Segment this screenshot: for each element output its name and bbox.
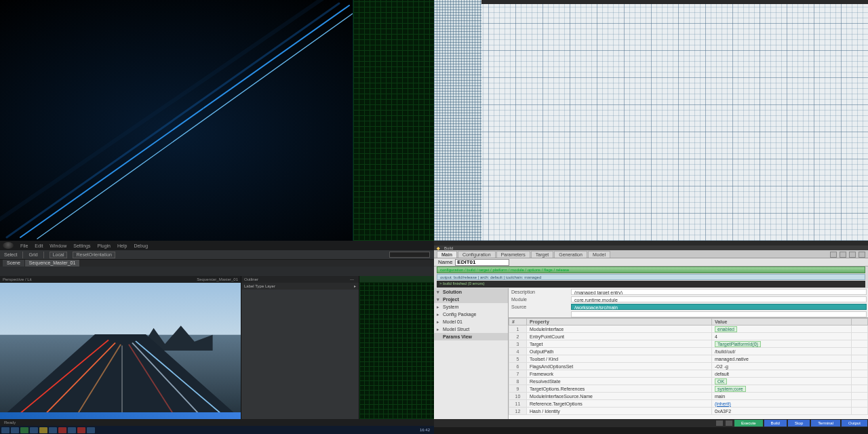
ide-tab-main[interactable]: Main: [437, 251, 457, 258]
tool-snap[interactable]: Grid: [28, 252, 37, 257]
menu-help[interactable]: Help: [117, 243, 127, 248]
breadcrumb-left[interactable]: Perspective / Lit: [3, 276, 32, 283]
preview-viewport[interactable]: [0, 283, 241, 419]
table-row[interactable]: 9TargetOptions.Referencessystem;core: [509, 385, 868, 393]
table-row[interactable]: 1ModuleInterfaceenabled: [509, 326, 868, 333]
ide-btn-terminal[interactable]: Terminal: [811, 420, 840, 427]
taskbar-item[interactable]: [77, 427, 85, 433]
preview-playbar[interactable]: [0, 412, 241, 419]
menu-window[interactable]: Window: [50, 243, 66, 248]
chevron-icon[interactable]: ▸: [435, 327, 441, 332]
chevron-icon[interactable]: ▸: [435, 304, 441, 310]
row-value[interactable]: enabled: [712, 326, 852, 333]
table-row[interactable]: 2EntryPointCount4: [509, 333, 868, 340]
chevron-icon[interactable]: ▸: [435, 312, 441, 317]
taskbar-item[interactable]: [58, 427, 66, 433]
tree-row[interactable]: Params View: [434, 333, 508, 340]
ide-tool-icon[interactable]: [830, 252, 837, 258]
row-value[interactable]: default: [712, 370, 852, 378]
row-value[interactable]: OK: [712, 378, 852, 385]
tool-local-button[interactable]: Local: [50, 252, 68, 258]
taskbar-item[interactable]: [49, 427, 57, 433]
row-num: 12: [509, 408, 527, 415]
chevron-icon[interactable]: ▸: [435, 319, 441, 325]
taskbar-item[interactable]: [87, 427, 95, 433]
ide-property-table[interactable]: # Property Value 1ModuleInterfaceenabled…: [509, 318, 868, 419]
prop-value[interactable]: [571, 311, 867, 317]
tree-row[interactable]: ▸Model Struct: [434, 326, 508, 333]
table-row[interactable]: 6FlagsAndOptionsSet-O2 -g: [509, 363, 868, 370]
prop-value[interactable]: /workspace/src/main: [571, 304, 867, 310]
prop-value[interactable]: core.runtime.module: [571, 296, 867, 302]
row-value[interactable]: 4: [712, 333, 852, 340]
taskbar-item[interactable]: [30, 427, 38, 433]
viewport-grid-light[interactable]: [434, 0, 868, 241]
tree-row[interactable]: ▸Config Package: [434, 311, 508, 318]
col-extra[interactable]: [851, 319, 867, 326]
toolbar-separator: [22, 252, 23, 258]
table-row[interactable]: 11Reference.TargetOptions(inherit): [509, 400, 868, 408]
tree-row[interactable]: ▸System: [434, 303, 508, 311]
ide-name-input[interactable]: [455, 259, 509, 266]
tool-reset-button[interactable]: ResetOrientation: [73, 252, 115, 258]
tab-scene[interactable]: Scene: [3, 260, 24, 267]
col-num[interactable]: #: [509, 319, 527, 326]
col-value[interactable]: Value: [712, 319, 852, 326]
ide-tab-config[interactable]: Configuration: [458, 251, 496, 258]
row-value[interactable]: system;core: [712, 385, 852, 393]
table-row[interactable]: 3TargetTargetPlatformId(0): [509, 340, 868, 348]
taskbar-item[interactable]: [68, 427, 76, 433]
chevron-icon[interactable]: ▾: [435, 297, 441, 302]
ide-tab-gen[interactable]: Generation: [554, 251, 587, 258]
row-value[interactable]: (inherit): [712, 400, 852, 408]
viewport-perspective-dark[interactable]: [0, 0, 434, 241]
ide-btn-output[interactable]: Output: [842, 420, 867, 427]
tab-sequence[interactable]: Sequence_Master_01: [25, 260, 80, 267]
row-value[interactable]: -O2 -g: [712, 363, 852, 370]
tray-icon[interactable]: [716, 420, 723, 426]
row-value[interactable]: main: [712, 393, 852, 400]
table-row[interactable]: 12Hash / Identity0xA3F2: [509, 408, 868, 415]
ide-tool-icon[interactable]: [849, 252, 856, 258]
tree-row[interactable]: ▸Model 01: [434, 318, 508, 326]
table-row[interactable]: 4OutputPath/build/out/: [509, 348, 868, 355]
ide-tab-target[interactable]: Target: [531, 251, 553, 258]
table-row[interactable]: 5Toolset / Kindmanaged.native: [509, 355, 868, 363]
table-row[interactable]: 7Frameworkdefault: [509, 370, 868, 378]
taskbar-item[interactable]: [1, 427, 9, 433]
prop-value[interactable]: (managed target entry): [571, 289, 867, 295]
row-value[interactable]: /build/out/: [712, 348, 852, 355]
menu-plugin[interactable]: Plugin: [98, 243, 111, 248]
panel-menu-icon[interactable]: ⋯: [350, 276, 356, 282]
ide-tab-params[interactable]: Parameters: [496, 251, 530, 258]
ide-tab-model[interactable]: Model: [588, 251, 610, 258]
menu-file[interactable]: File: [20, 243, 28, 248]
row-value[interactable]: TargetPlatformId(0): [712, 340, 852, 348]
table-row[interactable]: 10ModuleInterfaceSource.Namemain: [509, 393, 868, 400]
chevron-down-icon[interactable]: ▾: [435, 290, 441, 295]
ide-btn-build[interactable]: Build: [764, 420, 787, 427]
dark-editor-grid-panel[interactable]: [359, 276, 434, 419]
menu-edit[interactable]: Edit: [35, 243, 43, 248]
tree-row[interactable]: ▾Project: [434, 296, 508, 303]
breadcrumb-right[interactable]: Sequencer_Master_01: [197, 276, 238, 283]
ide-btn-stop[interactable]: Stop: [788, 420, 810, 427]
menu-settings[interactable]: Settings: [73, 243, 90, 248]
row-value[interactable]: managed.native: [712, 355, 852, 363]
toolbar-search-input[interactable]: [389, 252, 430, 258]
menu-debug[interactable]: Debug: [134, 243, 148, 248]
taskbar-item[interactable]: [39, 427, 47, 433]
ide-btn-execute[interactable]: Execute: [734, 420, 763, 427]
ide-tool-icon[interactable]: [840, 252, 846, 258]
ide-tool-icon[interactable]: [859, 252, 865, 258]
col-property[interactable]: Property: [527, 319, 712, 326]
outliner-body[interactable]: [241, 290, 359, 419]
tool-mode[interactable]: Select: [4, 252, 17, 257]
row-num: 1: [509, 326, 527, 333]
table-row[interactable]: 8ResolvedStateOK: [509, 378, 868, 385]
taskbar-item[interactable]: [20, 427, 28, 433]
outliner-expand-icon[interactable]: ▸: [354, 283, 356, 290]
taskbar-item[interactable]: [11, 427, 19, 433]
tray-icon[interactable]: [726, 420, 732, 426]
row-value[interactable]: 0xA3F2: [712, 408, 852, 415]
